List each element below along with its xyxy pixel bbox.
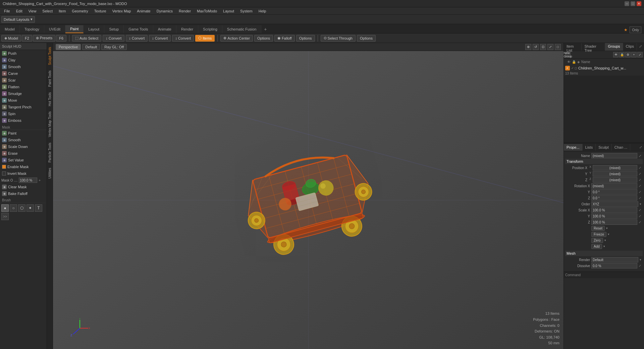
- vp-zoom-fit-button[interactable]: ⊡: [540, 44, 546, 50]
- scale-z-input[interactable]: [591, 219, 637, 225]
- reset-button[interactable]: Reset: [591, 226, 605, 231]
- tab-game-tools[interactable]: Game Tools: [124, 25, 153, 33]
- tab-render[interactable]: Render: [176, 25, 198, 33]
- rbp-expand-button[interactable]: ⤢: [637, 144, 644, 150]
- viewport-canvas[interactable]: X Y Z 13 Items Polygons : Face Channels:…: [53, 51, 564, 349]
- tool-push[interactable]: ◈ Push: [0, 50, 47, 57]
- action-center-button[interactable]: ⊕ Action Center: [220, 35, 253, 42]
- zero-button[interactable]: Zero: [591, 238, 603, 243]
- convert-button-4[interactable]: ↕ Convert: [172, 35, 194, 42]
- tab-model[interactable]: Model: [0, 25, 20, 33]
- tool-emboss[interactable]: ◈ Emboss: [0, 117, 47, 124]
- tool-tangent-pinch[interactable]: ◈ Tangent Pinch: [0, 104, 47, 110]
- tool-move[interactable]: ◈ Move: [0, 97, 47, 104]
- rotation-z-input[interactable]: [591, 195, 637, 201]
- brush-shape-circle-empty[interactable]: ○: [10, 204, 17, 212]
- vp-tab-default[interactable]: Default: [82, 44, 100, 50]
- menu-file[interactable]: File: [1, 8, 13, 14]
- minimize-button[interactable]: ─: [625, 1, 629, 6]
- rbp-tab-chan[interactable]: Chan ...: [612, 144, 631, 151]
- vp-tab-ray-gl[interactable]: Ray GL: Off: [101, 44, 127, 50]
- rp-tab-clips[interactable]: Clips: [623, 43, 637, 51]
- invert-mask-check[interactable]: [2, 171, 6, 176]
- menu-item[interactable]: Item: [56, 8, 68, 14]
- tab-scripting[interactable]: Scripting: [198, 25, 222, 33]
- tool-clear-mask[interactable]: ◈ Clear Mask: [0, 184, 47, 190]
- position-z-input[interactable]: [593, 177, 637, 183]
- vp-refresh-button[interactable]: ↺: [533, 44, 539, 50]
- tab-add-button[interactable]: +: [261, 25, 269, 33]
- convert-button-3[interactable]: ↕ Convert: [149, 35, 171, 42]
- menu-view[interactable]: View: [26, 8, 39, 14]
- tool-smudge[interactable]: ◈ Smudge: [0, 90, 47, 97]
- options-button-2[interactable]: Options: [296, 35, 315, 42]
- rpc-lock-button[interactable]: 🔒: [619, 52, 625, 57]
- brush-shape-hex[interactable]: ⬡: [18, 204, 25, 212]
- tool-erase[interactable]: ◈ Erase: [0, 150, 47, 157]
- side-tab-hot-tools[interactable]: Hot Tools: [47, 90, 52, 109]
- menu-help[interactable]: Help: [256, 8, 269, 14]
- side-tab-utilities[interactable]: Utilities: [47, 165, 52, 181]
- tool-flatten[interactable]: ◈ Flatten: [0, 84, 47, 90]
- items-button[interactable]: ⬡ Items: [195, 35, 215, 42]
- menu-edit[interactable]: Edit: [13, 8, 25, 14]
- menu-render[interactable]: Render: [176, 8, 194, 14]
- tool-paint[interactable]: ◈ Paint: [0, 130, 47, 137]
- convert-button-1[interactable]: ↕ Convert: [103, 35, 124, 42]
- maximize-button[interactable]: □: [631, 1, 635, 6]
- order-input[interactable]: [591, 201, 638, 207]
- tool-scar[interactable]: ◈ Scar: [0, 77, 47, 84]
- side-tab-sculpt-tools[interactable]: Sculpt Tools: [47, 44, 52, 68]
- mesh-section-title[interactable]: Mesh: [565, 251, 643, 256]
- group-item[interactable]: F ✓ ◻ Children_Shopping_Cart_w...: [564, 65, 644, 71]
- rbp-tab-sculpt[interactable]: Sculpt: [596, 144, 612, 151]
- tab-setup[interactable]: Setup: [104, 25, 124, 33]
- position-x-input[interactable]: [593, 165, 637, 170]
- rpc-new-group-button[interactable]: New Group: [565, 52, 571, 57]
- menu-select[interactable]: Select: [40, 8, 55, 14]
- close-button[interactable]: ✕: [637, 1, 641, 6]
- scale-x-input[interactable]: [591, 207, 637, 213]
- brush-expand-button[interactable]: >>: [1, 213, 9, 220]
- tool-set-value[interactable]: ◈ Set Value: [0, 157, 47, 163]
- vp-home-button[interactable]: ⊕: [525, 44, 531, 50]
- brush-shape-text[interactable]: T: [35, 204, 42, 212]
- mask-opacity-input[interactable]: [19, 178, 37, 183]
- select-through-button[interactable]: ⊙ Select Through: [321, 35, 356, 42]
- brush-shape-star[interactable]: ✦: [26, 204, 34, 212]
- rbp-tab-properties[interactable]: Prope...: [564, 144, 583, 151]
- convert-button-2[interactable]: ↕ Convert: [126, 35, 148, 42]
- tool-carve[interactable]: ◈ Carve: [0, 70, 47, 77]
- enable-mask-check[interactable]: [2, 165, 6, 169]
- vp-tab-perspective[interactable]: Perspective: [56, 44, 81, 50]
- render-input[interactable]: [591, 257, 638, 262]
- rp-tab-groups[interactable]: Groups: [605, 43, 623, 51]
- falloff-button[interactable]: ◉ Falloff: [274, 35, 295, 42]
- only-button[interactable]: Only: [630, 27, 641, 33]
- options-button-1[interactable]: Options: [254, 35, 273, 42]
- tab-uvedit[interactable]: UVEdit: [44, 25, 65, 33]
- menu-geometry[interactable]: Geometry: [69, 8, 91, 14]
- tab-layout[interactable]: Layout: [84, 25, 104, 33]
- invert-mask-checkbox[interactable]: Invert Mask: [0, 170, 47, 177]
- f6-button[interactable]: F6: [56, 35, 66, 42]
- rotation-y-input[interactable]: [591, 189, 637, 195]
- enable-mask-checkbox[interactable]: Enable Mask: [0, 163, 47, 170]
- position-y-input[interactable]: [593, 171, 637, 177]
- options-button-3[interactable]: Options: [357, 35, 376, 42]
- add-button[interactable]: Add: [591, 244, 602, 249]
- tool-bake-falloff[interactable]: ◈ Bake Falloff: [0, 190, 47, 197]
- f2-button[interactable]: F2: [22, 35, 32, 42]
- transform-section-title[interactable]: Transform: [565, 159, 643, 164]
- prop-name-input[interactable]: [591, 153, 637, 158]
- menu-texture[interactable]: Texture: [92, 8, 109, 14]
- rotation-x-input[interactable]: [591, 183, 637, 189]
- rpc-gear-button[interactable]: ⚙: [625, 52, 631, 57]
- menu-maxtomodo[interactable]: MaxToModo: [194, 8, 220, 14]
- rp-tab-add-button[interactable]: ⤢: [637, 43, 644, 51]
- side-tab-vertex-map-tools[interactable]: Vertex Map Tools: [47, 109, 52, 140]
- tool-clay[interactable]: ◈ Clay: [0, 57, 47, 63]
- rpc-expand-button[interactable]: ⤢: [637, 52, 643, 57]
- freeze-button[interactable]: Freeze: [591, 232, 606, 237]
- presets-button[interactable]: ⊕ Presets: [33, 35, 55, 42]
